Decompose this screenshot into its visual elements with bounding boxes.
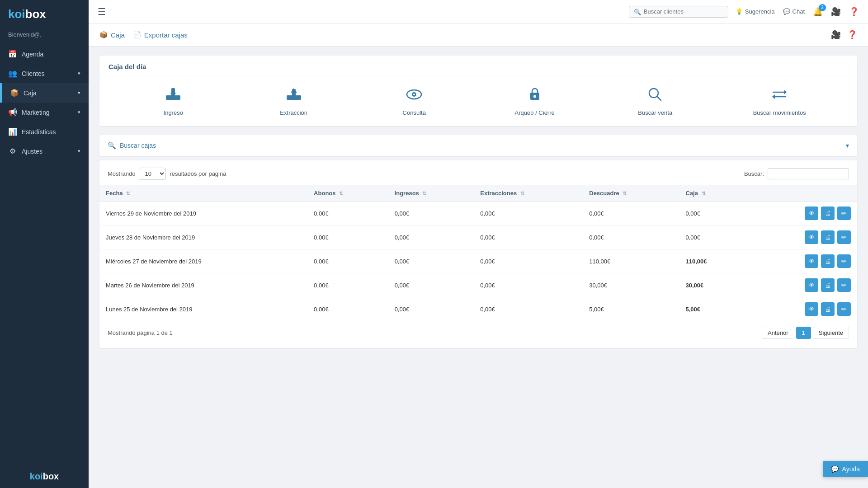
- ingreso-icon: [165, 86, 181, 106]
- sidebar-item-estadisticas[interactable]: Estadísticas: [0, 122, 89, 141]
- sidebar-item-caja[interactable]: Caja: [0, 83, 89, 103]
- search-input[interactable]: [644, 8, 723, 15]
- extraccion-label: Extracción: [280, 109, 307, 116]
- col-ingresos[interactable]: Ingresos ⇅: [388, 185, 474, 202]
- svg-line-12: [657, 96, 661, 100]
- action-extraccion[interactable]: Extracción: [271, 86, 316, 116]
- print-button-3[interactable]: 🖨: [821, 278, 835, 292]
- help-button[interactable]: 💬 Ayuda: [823, 461, 868, 477]
- cell-abonos-1: 0,00€: [307, 225, 388, 249]
- sidebar-item-clientes[interactable]: Clientes: [0, 64, 89, 83]
- svg-point-8: [413, 94, 415, 95]
- print-button-1[interactable]: 🖨: [821, 230, 835, 244]
- table-search-input[interactable]: [768, 168, 849, 179]
- cell-abonos-3: 0,00€: [307, 273, 388, 297]
- col-caja-label: Caja: [686, 190, 698, 197]
- caja-del-dia-header: Caja del día: [99, 56, 857, 76]
- menu-icon[interactable]: [98, 6, 106, 17]
- print-button-2[interactable]: 🖨: [821, 254, 835, 268]
- prev-page-button[interactable]: Anterior: [762, 327, 794, 339]
- box-icon: [10, 89, 19, 97]
- cell-caja-2: 110,00€: [679, 249, 745, 273]
- buscar-cajas-label: 🔍 Buscar cajas: [108, 141, 156, 150]
- breadcrumb-caja[interactable]: Caja: [99, 31, 125, 39]
- view-button-0[interactable]: 👁: [805, 206, 818, 220]
- consulta-label: Consulta: [403, 109, 426, 116]
- cell-ingresos-1: 0,00€: [388, 225, 474, 249]
- print-button-4[interactable]: 🖨: [821, 302, 835, 316]
- caja-table: Fecha ⇅ Abonos ⇅ Ingresos ⇅ Extraccion: [99, 185, 857, 321]
- view-button-4[interactable]: 👁: [805, 302, 818, 316]
- print-button-0[interactable]: 🖨: [821, 206, 835, 220]
- search-box[interactable]: [629, 6, 728, 18]
- view-button-1[interactable]: 👁: [805, 230, 818, 244]
- edit-button-1[interactable]: ✏: [837, 230, 851, 244]
- current-page-button[interactable]: 1: [796, 327, 811, 339]
- table-row: Viernes 29 de Noviembre del 2019 0,00€ 0…: [99, 202, 857, 225]
- sidebar: koibox Bienvenid@, Agenda Clientes Caja …: [0, 0, 89, 488]
- edit-button-2[interactable]: ✏: [837, 254, 851, 268]
- table-row: Jueves 28 de Noviembre del 2019 0,00€ 0,…: [99, 225, 857, 249]
- sidebar-label-clientes: Clientes: [22, 70, 45, 77]
- chat-button[interactable]: Chat: [783, 8, 805, 15]
- action-buscar-venta[interactable]: Buscar venta: [632, 86, 678, 116]
- question-icon[interactable]: [847, 30, 857, 40]
- action-arqueo[interactable]: Arqueo / Cierre: [512, 86, 557, 116]
- col-descuadre-label: Descuadre: [589, 190, 619, 197]
- cell-fecha-3: Martes 26 de Noviembre del 2019: [99, 273, 307, 297]
- suggestion-icon: [736, 8, 743, 15]
- col-extracciones[interactable]: Extracciones ⇅: [474, 185, 583, 202]
- buscar-cajas-section: 🔍 Buscar cajas: [99, 135, 857, 156]
- col-abonos[interactable]: Abonos ⇅: [307, 185, 388, 202]
- suggestion-button[interactable]: Sugerencia: [736, 8, 775, 15]
- cell-fecha-4: Lunes 25 de Noviembre del 2019: [99, 297, 307, 321]
- cell-fecha-1: Jueves 28 de Noviembre del 2019: [99, 225, 307, 249]
- video-icon[interactable]: [831, 30, 841, 40]
- chevron-down-icon-ajustes: [78, 148, 80, 154]
- table-controls: Mostrando 10 25 50 100 resultados por pá…: [99, 168, 857, 185]
- action-ingreso[interactable]: Ingreso: [151, 86, 196, 116]
- col-fecha[interactable]: Fecha ⇅: [99, 185, 307, 202]
- sidebar-item-marketing[interactable]: Marketing: [0, 103, 89, 122]
- edit-button-0[interactable]: ✏: [837, 206, 851, 220]
- col-abonos-label: Abonos: [314, 190, 335, 197]
- help-chat-icon: 💬: [831, 465, 839, 473]
- edit-button-4[interactable]: ✏: [837, 302, 851, 316]
- col-caja[interactable]: Caja ⇅: [679, 185, 745, 202]
- sidebar-item-agenda[interactable]: Agenda: [0, 44, 89, 64]
- edit-button-3[interactable]: ✏: [837, 278, 851, 292]
- buscar-cajas-text: Buscar cajas: [120, 142, 156, 149]
- breadcrumb-export[interactable]: Exportar cajas: [133, 31, 188, 39]
- cell-ingresos-0: 0,00€: [388, 202, 474, 225]
- buscar-cajas-header[interactable]: 🔍 Buscar cajas: [99, 135, 857, 156]
- col-extracciones-label: Extracciones: [480, 190, 517, 197]
- help-icon[interactable]: [849, 7, 859, 17]
- per-page-select[interactable]: 10 25 50 100: [139, 168, 166, 180]
- cell-ingresos-2: 0,00€: [388, 249, 474, 273]
- notification-button[interactable]: 2: [813, 7, 823, 17]
- next-page-button[interactable]: Siguiente: [813, 327, 849, 339]
- notification-badge: 2: [819, 4, 826, 11]
- cell-extracciones-3: 0,00€: [474, 273, 583, 297]
- user-greeting: Bienvenid@,: [0, 28, 89, 44]
- table-row: Lunes 25 de Noviembre del 2019 0,00€ 0,0…: [99, 297, 857, 321]
- users-icon: [8, 69, 17, 78]
- arqueo-icon: [527, 86, 543, 106]
- col-descuadre[interactable]: Descuadre ⇅: [583, 185, 679, 202]
- sidebar-label-agenda: Agenda: [22, 51, 43, 58]
- action-buscar-movimientos[interactable]: Buscar movimientos: [753, 86, 806, 116]
- view-button-3[interactable]: 👁: [805, 278, 818, 292]
- camera-icon[interactable]: [831, 7, 841, 17]
- arqueo-label: Arqueo / Cierre: [515, 109, 555, 116]
- breadcrumb-box-icon: [99, 31, 108, 39]
- action-consulta[interactable]: Consulta: [392, 86, 437, 116]
- buscar-venta-icon: [647, 86, 663, 106]
- consulta-icon: [406, 86, 422, 106]
- cell-abonos-2: 0,00€: [307, 249, 388, 273]
- cell-descuadre-3: 30,00€: [583, 273, 679, 297]
- app-logo[interactable]: koibox: [8, 7, 46, 21]
- view-button-2[interactable]: 👁: [805, 254, 818, 268]
- sidebar-footer: koibox: [0, 465, 89, 488]
- sidebar-item-ajustes[interactable]: Ajustes: [0, 141, 89, 161]
- breadcrumb-actions: [831, 30, 857, 40]
